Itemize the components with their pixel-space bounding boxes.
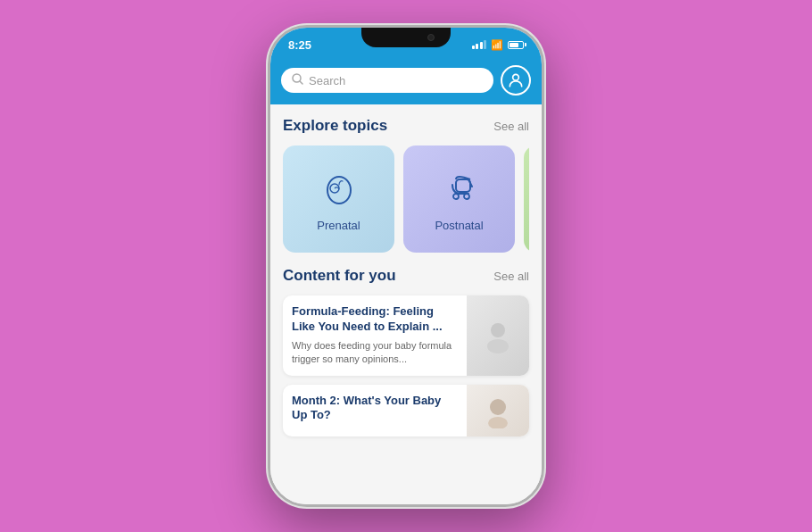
topic-card-postnatal[interactable]: Postnatal	[403, 145, 515, 253]
article-info-2: Month 2: What's Your Baby Up To?	[283, 385, 467, 437]
explore-topics-title: Explore topics	[283, 117, 387, 135]
content-see-all[interactable]: See all	[493, 270, 529, 283]
svg-point-7	[453, 194, 459, 199]
svg-point-10	[487, 339, 509, 353]
explore-topics-header: Explore topics See all	[283, 117, 529, 135]
prenatal-label: Prenatal	[317, 219, 360, 232]
content-for-you-section: Content for you See all Formula-Feeding:…	[270, 260, 542, 504]
article-card-1[interactable]: Formula-Feeding: Feeling Like You Need t…	[283, 295, 529, 376]
article-title-2: Month 2: What's Your Baby Up To?	[292, 394, 458, 424]
article-title-1: Formula-Feeding: Feeling Like You Need t…	[292, 304, 458, 335]
status-icons: 📶	[472, 39, 525, 51]
explore-topics-see-all[interactable]: See all	[493, 120, 529, 133]
article-thumbnail-1	[467, 295, 529, 376]
profile-button[interactable]	[501, 65, 531, 96]
profile-icon	[507, 71, 525, 89]
topics-row: Prenatal P	[283, 145, 529, 253]
svg-line-1	[300, 81, 302, 84]
phone-frame: 8:25 📶 Search	[268, 25, 544, 507]
svg-point-8	[464, 194, 469, 199]
content-for-you-title: Content for you	[283, 267, 396, 285]
svg-point-12	[488, 417, 508, 428]
signal-icon	[472, 40, 487, 49]
explore-topics-section: Explore topics See all Prenatal	[270, 104, 542, 260]
status-time: 8:25	[288, 38, 311, 52]
search-placeholder: Search	[309, 74, 345, 87]
article-card-2[interactable]: Month 2: What's Your Baby Up To?	[283, 385, 529, 437]
postnatal-label: Postnatal	[435, 219, 483, 232]
article-thumbnail-2	[467, 385, 529, 437]
prenatal-icon	[318, 167, 360, 210]
main-content: Explore topics See all Prenatal	[270, 104, 542, 504]
wifi-icon: 📶	[491, 39, 503, 51]
svg-point-9	[491, 323, 505, 337]
app-header: Search	[270, 58, 542, 104]
svg-point-2	[513, 74, 519, 80]
svg-point-11	[490, 399, 506, 415]
article-info-1: Formula-Feeding: Feeling Like You Need t…	[283, 295, 467, 376]
article-image-2	[467, 385, 529, 437]
article-desc-1: Why does feeding your baby formula trigg…	[292, 339, 458, 367]
topic-card-prenatal[interactable]: Prenatal	[283, 145, 394, 253]
search-bar[interactable]: Search	[281, 68, 493, 93]
search-icon	[292, 73, 303, 87]
phone-notch	[361, 28, 451, 47]
article-image-1	[467, 295, 529, 376]
content-for-you-header: Content for you See all	[283, 267, 529, 285]
battery-icon	[508, 41, 524, 49]
postnatal-icon	[438, 167, 481, 210]
front-camera	[427, 34, 435, 41]
svg-rect-5	[456, 179, 470, 192]
topic-card-extra[interactable]	[524, 145, 529, 253]
